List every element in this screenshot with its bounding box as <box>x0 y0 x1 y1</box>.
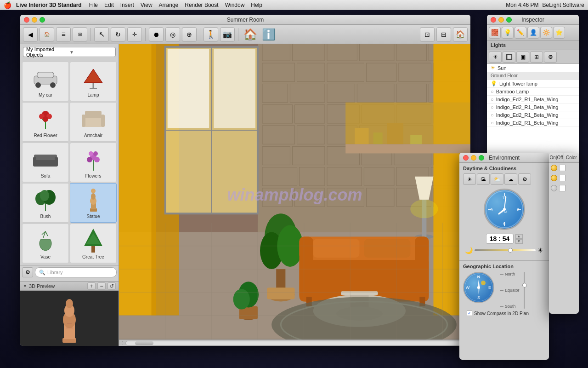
light-item-2[interactable]: ○ Bamboo Lamp <box>487 88 579 96</box>
menu-insert[interactable]: Insert <box>120 2 134 8</box>
object-armchair[interactable]: Armchair <box>70 102 117 142</box>
object-red-flower[interactable]: Red Flower <box>22 102 69 142</box>
light-item-1[interactable]: 💡 Light Tower lamp <box>487 80 579 88</box>
menu-edit[interactable]: Edit <box>104 2 114 8</box>
toolbar-cursor-btn[interactable]: ↖ <box>94 27 109 42</box>
object-sofa[interactable]: Sofa <box>22 143 69 182</box>
minimize-button[interactable] <box>32 17 37 23</box>
imported-objects-dropdown[interactable]: My Imported Objects ▼ <box>23 47 116 57</box>
preview-header[interactable]: ▼ 3D Preview + − ↺ <box>20 282 119 291</box>
env-minimize-btn[interactable] <box>471 155 476 161</box>
env-cloud1-btn[interactable]: 🌤 <box>477 173 490 185</box>
object-vase[interactable]: Vase <box>22 224 69 263</box>
maximize-button[interactable] <box>40 17 45 23</box>
menu-help[interactable]: Help <box>251 2 262 8</box>
toolbar-camera-btn[interactable]: 📷 <box>220 27 235 42</box>
light-icon-6: ○ <box>491 120 494 126</box>
menu-render-boost[interactable]: Render Boost <box>185 2 218 8</box>
onoff-header: On|Off Color <box>549 153 579 163</box>
insp-material-btn[interactable]: 🧱 <box>489 27 501 39</box>
insp-edit-btn[interactable]: ✏️ <box>514 27 526 39</box>
env-cloud3-btn[interactable]: ☁ <box>504 173 517 185</box>
app-name[interactable]: Live Interior 3D Standard <box>16 2 82 8</box>
settings-button[interactable]: ⚙ <box>22 267 33 277</box>
inspector-close-btn[interactable] <box>491 17 496 23</box>
scrollbar-track[interactable] <box>125 341 469 345</box>
insp-light-btn[interactable]: 💡 <box>502 27 514 39</box>
env-sunrise-btn[interactable]: ☀ <box>463 173 476 185</box>
toolbar-view2-btn[interactable]: ⊟ <box>436 27 451 42</box>
light-item-5[interactable]: ○ Indigo_Ed2_R1_Beta_Wing <box>487 111 579 119</box>
menu-file[interactable]: File <box>89 2 98 8</box>
time-input[interactable] <box>486 234 514 244</box>
object-flowers[interactable]: Flowers <box>70 143 117 182</box>
menu-view[interactable]: View <box>141 2 153 8</box>
object-lamp[interactable]: Lamp <box>70 62 117 101</box>
search-box[interactable]: 🔍 Library <box>35 267 117 277</box>
light-ceiling-btn[interactable]: ▣ <box>516 52 529 63</box>
light-wall-btn[interactable]: ⊞ <box>530 52 543 63</box>
insp-star-btn[interactable]: ⭐ <box>553 27 565 39</box>
env-settings-btn[interactable]: ⚙ <box>518 173 531 185</box>
light-name-2: Bamboo Lamp <box>496 89 529 94</box>
toolbar-info[interactable]: ℹ️ <box>262 28 276 41</box>
apple-menu[interactable]: 🍎 <box>4 1 11 9</box>
toolbar-move-btn[interactable]: ✛ <box>127 27 142 42</box>
svg-point-26 <box>93 151 98 156</box>
object-statue[interactable]: Statue <box>70 183 117 223</box>
time-decrement-btn[interactable]: ▼ <box>515 239 523 244</box>
light-settings-btn[interactable]: ⚙ <box>544 52 557 63</box>
toolbar-record-btn[interactable]: ⏺ <box>149 27 164 42</box>
light-item-6[interactable]: ○ Indigo_Ed2_R1_Beta_Wing <box>487 119 579 127</box>
insp-person-btn[interactable]: 👤 <box>527 27 539 39</box>
light-add-btn[interactable]: ☀ <box>489 52 502 63</box>
object-bush[interactable]: Bush <box>22 183 69 223</box>
scrollbar-thumb[interactable] <box>135 341 153 345</box>
light-item-4[interactable]: ○ Indigo_Ed2_R1_Beta_Wing <box>487 104 579 111</box>
toolbar-view1-btn[interactable]: ⊡ <box>420 27 435 42</box>
zoom-in-btn[interactable]: + <box>87 282 96 290</box>
menu-arrange[interactable]: Arrange <box>159 2 179 8</box>
zoom-out-btn[interactable]: − <box>97 282 106 290</box>
toolbar-figure-btn[interactable]: 🚶 <box>204 27 218 42</box>
insp-bulb-btn[interactable]: 🔆 <box>540 27 552 39</box>
env-cloud2-btn[interactable]: ⛅ <box>491 173 503 185</box>
toolbar-house-btn[interactable]: 🏠 <box>453 27 468 42</box>
env-close-btn[interactable] <box>463 155 469 161</box>
inspector-minimize-btn[interactable] <box>498 17 504 23</box>
lat-handle[interactable] <box>522 283 527 288</box>
toolbar-back-btn[interactable]: ◀ <box>23 27 38 42</box>
color-swatch-2[interactable] <box>559 175 565 181</box>
toolbar-2d-btn[interactable]: 🏠 <box>40 27 54 42</box>
toolbar-list-btn[interactable]: ☰ <box>56 27 71 42</box>
toolbar-circle-btn[interactable]: ◎ <box>165 27 180 42</box>
latitude-slider[interactable] <box>522 272 527 309</box>
brightness-slider[interactable] <box>475 249 536 251</box>
light-item-3[interactable]: ○ Indigo_Ed2_R1_Beta_Wing <box>487 96 579 104</box>
menu-window[interactable]: Window <box>225 2 245 8</box>
light-dot-1[interactable] <box>551 165 557 171</box>
color-swatch-1[interactable] <box>559 165 565 171</box>
toolbar-switch-btn[interactable]: ⊕ <box>182 27 197 42</box>
light-dot-2[interactable] <box>551 175 557 181</box>
object-my-car[interactable]: My car <box>22 62 69 101</box>
object-great-tree[interactable]: Great Tree <box>70 224 117 263</box>
env-maximize-btn[interactable] <box>479 155 484 161</box>
object-thumb-sofa <box>29 146 62 172</box>
canvas-scrollbar[interactable]: ⋮ <box>119 339 470 346</box>
brightness-handle[interactable] <box>508 248 513 253</box>
zoom-reset-btn[interactable]: ↺ <box>107 282 116 290</box>
close-button[interactable] <box>24 17 29 23</box>
svg-rect-6 <box>90 88 97 89</box>
toolbar-grid-btn[interactable]: ⊞ <box>73 27 87 42</box>
toolbar-rotate-btn[interactable]: ↻ <box>111 27 125 42</box>
light-item-sun[interactable]: ☀ Sun <box>487 64 579 72</box>
light-dot-3[interactable] <box>551 185 557 191</box>
inspector-maximize-btn[interactable] <box>506 17 512 23</box>
show-compass-checkbox[interactable]: ✓ <box>467 310 472 316</box>
onoff-rows <box>549 163 579 193</box>
time-increment-btn[interactable]: ▲ <box>515 234 523 239</box>
color-swatch-3[interactable] <box>559 185 565 191</box>
light-indoor-btn[interactable]: 🔲 <box>503 52 515 63</box>
object-thumb-vase <box>29 227 62 253</box>
